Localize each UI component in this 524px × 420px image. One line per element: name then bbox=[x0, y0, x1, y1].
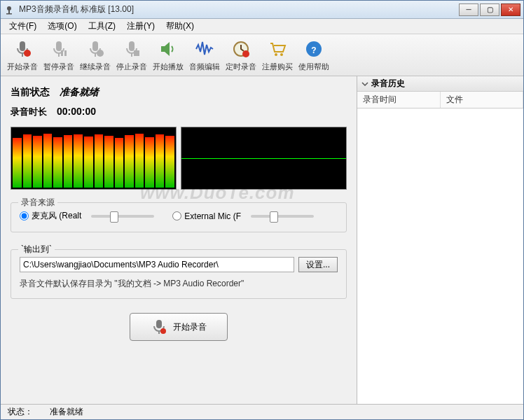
svg-rect-23 bbox=[158, 331, 160, 334]
mic-icon bbox=[151, 318, 167, 335]
settings-button[interactable]: 设置... bbox=[298, 257, 338, 272]
chevron-down-icon bbox=[361, 80, 368, 88]
toolbar-timed-record[interactable]: 定时录音 bbox=[223, 36, 258, 75]
svg-rect-8 bbox=[61, 50, 63, 56]
mic-radio-label: 麦克风 (Realt bbox=[32, 210, 81, 222]
body-area: 当前状态 准备就绪 录音时长 00:00:00 bbox=[1, 76, 523, 404]
menu-register[interactable]: 注册(Y) bbox=[121, 19, 160, 34]
window-title: MP3音频录音机 标准版 [13.00] bbox=[19, 4, 457, 15]
menubar: 文件(F) 选项(O) 工具(Z) 注册(Y) 帮助(X) bbox=[1, 19, 523, 34]
svg-point-19 bbox=[280, 53, 283, 56]
toolbar-label: 注册购买 bbox=[262, 62, 293, 72]
svg-text:?: ? bbox=[311, 46, 316, 55]
toolbar: 开始录音 暂停录音 继续录音 停止录音 开始播放 音频编辑 定时录音 注册购买 bbox=[1, 34, 523, 76]
toolbar-label: 定时录音 bbox=[226, 62, 256, 72]
toolbar-label: 使用帮助 bbox=[298, 62, 329, 72]
toolbar-label: 暂停录音 bbox=[43, 62, 74, 72]
mic-pause-icon bbox=[48, 38, 70, 60]
ext-radio-input[interactable] bbox=[172, 211, 181, 220]
history-col-file[interactable]: 文件 bbox=[441, 92, 524, 108]
output-path-input[interactable] bbox=[20, 257, 294, 272]
menu-help[interactable]: 帮助(X) bbox=[160, 19, 200, 34]
svg-point-17 bbox=[242, 50, 249, 57]
toolbar-label: 开始播放 bbox=[153, 62, 184, 72]
source-group: 录音来源 麦克风 (Realt External Mic (F bbox=[11, 202, 347, 232]
equalizer-display bbox=[11, 127, 177, 190]
titlebar: MP3音频录音机 标准版 [13.00] ─ ▢ ✕ bbox=[1, 1, 523, 19]
time-label: 录音时长 bbox=[11, 106, 47, 118]
source-mic-radio[interactable]: 麦克风 (Realt bbox=[20, 210, 81, 222]
menu-tools[interactable]: 工具(Z) bbox=[83, 19, 121, 34]
history-table-header: 录音时间 文件 bbox=[357, 92, 523, 108]
history-title: 录音历史 bbox=[371, 78, 405, 90]
toolbar-resume-record[interactable]: 继续录音 bbox=[78, 36, 113, 75]
svg-rect-9 bbox=[64, 50, 67, 56]
toolbar-use-help[interactable]: ? 使用帮助 bbox=[296, 36, 331, 75]
output-legend: `输出到` bbox=[18, 244, 55, 255]
cart-icon bbox=[266, 38, 289, 60]
output-hint: 录音文件默认保存目录为 "我的文档 -> MP3 Audio Recorder" bbox=[20, 278, 338, 290]
ext-volume-slider[interactable] bbox=[251, 215, 314, 218]
svg-point-24 bbox=[160, 328, 166, 334]
clock-icon bbox=[230, 38, 252, 60]
svg-point-5 bbox=[24, 50, 31, 57]
close-button[interactable]: ✕ bbox=[501, 4, 520, 16]
ext-radio-label: External Mic (F bbox=[184, 211, 241, 221]
toolbar-stop-record[interactable]: 停止录音 bbox=[114, 36, 149, 75]
state-label: 当前状态 bbox=[11, 86, 50, 99]
mic-record-icon bbox=[11, 38, 34, 60]
source-legend: 录音来源 bbox=[18, 197, 57, 209]
app-icon bbox=[4, 4, 15, 15]
svg-point-18 bbox=[275, 53, 277, 56]
mic-radio-input[interactable] bbox=[20, 211, 29, 220]
svg-rect-10 bbox=[92, 41, 98, 51]
start-record-button[interactable]: 开始录音 bbox=[130, 313, 228, 341]
history-header[interactable]: 录音历史 bbox=[357, 76, 523, 92]
toolbar-label: 停止录音 bbox=[116, 62, 147, 72]
toolbar-label: 音频编辑 bbox=[189, 62, 220, 72]
toolbar-start-record[interactable]: 开始录音 bbox=[5, 36, 40, 75]
toolbar-audio-edit[interactable]: 音频编辑 bbox=[187, 36, 222, 75]
svg-rect-2 bbox=[6, 13, 12, 15]
source-ext-radio[interactable]: External Mic (F bbox=[172, 211, 241, 221]
state-line: 当前状态 准备就绪 bbox=[11, 86, 347, 99]
svg-rect-22 bbox=[156, 320, 162, 328]
time-value: 00:00:00 bbox=[57, 106, 96, 117]
menu-options[interactable]: 选项(O) bbox=[42, 19, 82, 34]
toolbar-start-play[interactable]: 开始播放 bbox=[151, 36, 186, 75]
output-group: `输出到` 设置... 录音文件默认保存目录为 "我的文档 -> MP3 Aud… bbox=[11, 249, 347, 299]
history-col-time[interactable]: 录音时间 bbox=[357, 92, 441, 108]
visualizer-row bbox=[11, 127, 347, 190]
speaker-play-icon bbox=[157, 38, 179, 60]
mic-resume-icon bbox=[84, 38, 106, 60]
mic-volume-slider[interactable] bbox=[91, 215, 154, 218]
toolbar-label: 开始录音 bbox=[7, 62, 38, 72]
svg-rect-6 bbox=[56, 41, 62, 51]
help-icon: ? bbox=[303, 38, 325, 60]
menu-file[interactable]: 文件(F) bbox=[4, 19, 42, 34]
minimize-button[interactable]: ─ bbox=[459, 4, 478, 16]
svg-rect-7 bbox=[58, 53, 60, 57]
history-panel: 录音历史 录音时间 文件 bbox=[357, 76, 523, 404]
time-line: 录音时长 00:00:00 bbox=[11, 106, 347, 118]
status-label: 状态： bbox=[8, 406, 33, 418]
history-table-body bbox=[357, 108, 523, 404]
status-value: 准备就绪 bbox=[50, 406, 83, 418]
svg-rect-1 bbox=[8, 10, 10, 13]
waveform-icon bbox=[193, 38, 216, 60]
toolbar-pause-record[interactable]: 暂停录音 bbox=[41, 36, 76, 75]
svg-rect-15 bbox=[134, 50, 139, 56]
svg-rect-14 bbox=[131, 53, 132, 57]
state-value: 准备就绪 bbox=[60, 86, 99, 99]
svg-rect-4 bbox=[22, 53, 23, 57]
start-record-label: 开始录音 bbox=[173, 321, 207, 333]
main-panel: 当前状态 准备就绪 录音时长 00:00:00 bbox=[1, 76, 357, 404]
waveform-display bbox=[181, 127, 347, 190]
svg-rect-11 bbox=[95, 53, 96, 57]
toolbar-label: 继续录音 bbox=[80, 62, 111, 72]
app-window: MP3音频录音机 标准版 [13.00] ─ ▢ ✕ 文件(F) 选项(O) 工… bbox=[0, 0, 524, 420]
maximize-button[interactable]: ▢ bbox=[480, 4, 499, 16]
mic-stop-icon bbox=[120, 38, 143, 60]
toolbar-register-buy[interactable]: 注册购买 bbox=[260, 36, 295, 75]
svg-rect-3 bbox=[20, 41, 25, 51]
